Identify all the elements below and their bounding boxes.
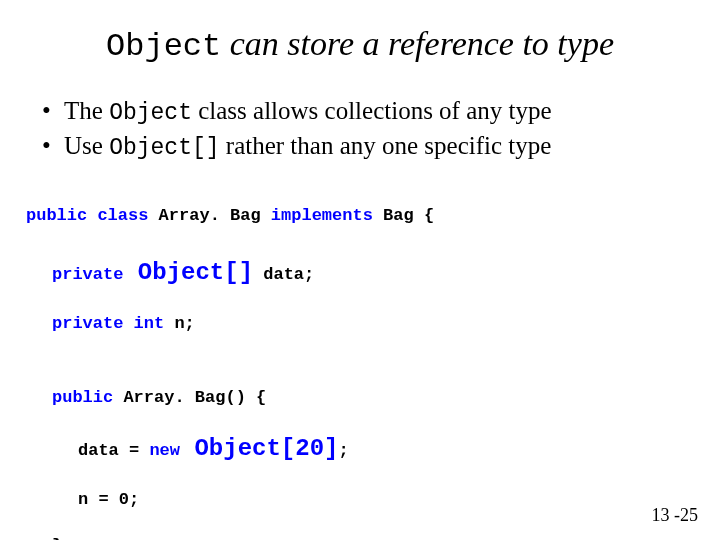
code-line: public class Array. Bag implements Bag { bbox=[26, 206, 434, 225]
slide-title: Object can store a reference to type bbox=[24, 24, 696, 66]
code-line: data = new Object[20]; bbox=[78, 433, 696, 465]
page-number: 13 -25 bbox=[652, 505, 699, 526]
bullet-mono: Object[] bbox=[109, 135, 219, 161]
bullet-post: class allows collections of any type bbox=[192, 97, 552, 124]
list-item: Use Object[] rather than any one specifi… bbox=[42, 129, 696, 164]
bullet-pre: Use bbox=[64, 132, 109, 159]
title-mono: Object bbox=[106, 28, 221, 65]
list-item: The Object class allows collections of a… bbox=[42, 94, 696, 129]
code-line: private int n; bbox=[52, 313, 696, 336]
code-line: private Object[] data; bbox=[52, 257, 696, 289]
bullet-post: rather than any one specific type bbox=[220, 132, 552, 159]
bullet-mono: Object bbox=[109, 100, 192, 126]
code-block: public class Array. Bag implements Bag {… bbox=[26, 182, 696, 540]
code-line: } bbox=[52, 535, 696, 540]
title-rest: can store a reference to type bbox=[221, 25, 614, 62]
code-line: n = 0; bbox=[78, 489, 696, 512]
bullet-pre: The bbox=[64, 97, 109, 124]
code-line: public Array. Bag() { bbox=[52, 387, 696, 410]
bullet-list: The Object class allows collections of a… bbox=[24, 94, 696, 164]
